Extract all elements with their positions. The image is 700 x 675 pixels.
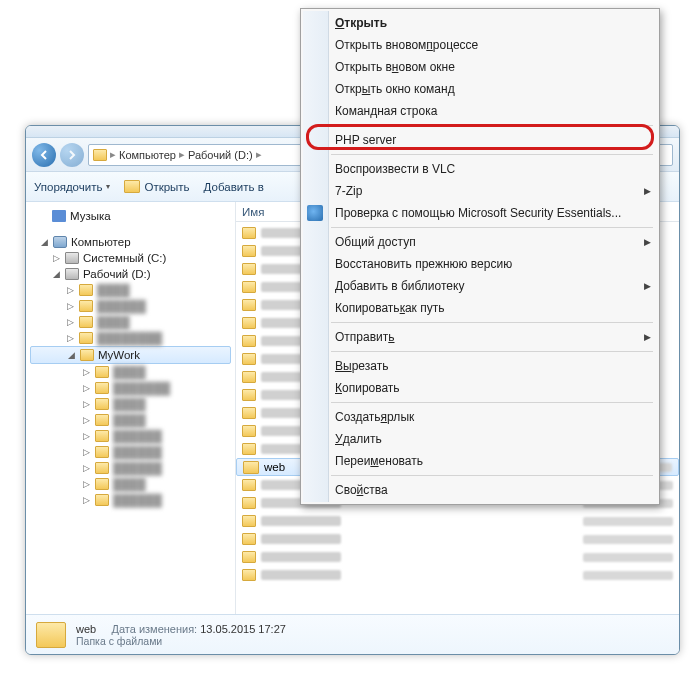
organize-label: Упорядочить	[34, 181, 102, 193]
tree-item[interactable]: ▷████	[30, 314, 231, 330]
menu-delete[interactable]: Удалить	[331, 428, 657, 450]
folder-icon	[243, 461, 259, 474]
menu-separator	[331, 402, 653, 403]
expand-icon[interactable]: ▷	[52, 254, 61, 263]
column-name[interactable]: Имя	[242, 206, 264, 218]
menu-cut[interactable]: Вырезать	[331, 355, 657, 377]
menu-cmdline[interactable]: Командная строка	[331, 100, 657, 122]
menu-copy-path[interactable]: Копировать как путь	[331, 297, 657, 319]
tree-item[interactable]: ▷████	[30, 476, 231, 492]
collapse-icon[interactable]: ◢	[67, 351, 76, 360]
back-button[interactable]	[32, 143, 56, 167]
submenu-arrow-icon: ▶	[644, 332, 651, 342]
music-icon	[52, 210, 66, 222]
breadcrumb-sep-icon: ▸	[110, 148, 116, 161]
menu-mse-scan[interactable]: Проверка с помощью Microsoft Security Es…	[331, 202, 657, 224]
menu-vlc[interactable]: Воспроизвести в VLC	[331, 158, 657, 180]
nav-tree[interactable]: Музыка ◢ Компьютер ▷ Системный (C:) ◢ Ра…	[26, 202, 236, 614]
drive-icon	[65, 268, 79, 280]
submenu-arrow-icon: ▶	[644, 237, 651, 247]
menu-separator	[331, 154, 653, 155]
menu-open-new-window[interactable]: Открыть в новом окне	[331, 56, 657, 78]
folder-icon	[80, 349, 94, 361]
tree-label: MyWork	[98, 349, 140, 361]
list-item[interactable]	[236, 566, 679, 584]
tree-item-workdrive[interactable]: ◢ Рабочий (D:)	[30, 266, 231, 282]
list-item[interactable]	[236, 512, 679, 530]
tree-item[interactable]: ▷████	[30, 282, 231, 298]
tree-item[interactable]: ▷██████	[30, 428, 231, 444]
menu-separator	[331, 322, 653, 323]
menu-separator	[331, 475, 653, 476]
tree-item-sysdrive[interactable]: ▷ Системный (C:)	[30, 250, 231, 266]
drive-icon	[65, 252, 79, 264]
details-mod-label: Дата изменения:	[111, 623, 197, 635]
tree-item[interactable]: ▷██████	[30, 492, 231, 508]
details-type: Папка с файлами	[76, 635, 286, 647]
open-label: Открыть	[144, 181, 189, 193]
tree-item[interactable]: ▷████	[30, 364, 231, 380]
menu-rename[interactable]: Переименовать	[331, 450, 657, 472]
add-button[interactable]: Добавить в	[204, 181, 264, 193]
menu-share[interactable]: Общий доступ▶	[331, 231, 657, 253]
list-item[interactable]	[236, 548, 679, 566]
forward-button[interactable]	[60, 143, 84, 167]
details-name: web	[76, 623, 96, 635]
collapse-icon[interactable]: ◢	[40, 238, 49, 247]
tree-label: Системный (C:)	[83, 252, 166, 264]
menu-copy[interactable]: Копировать	[331, 377, 657, 399]
tree-item-computer[interactable]: ◢ Компьютер	[30, 234, 231, 250]
menu-open[interactable]: Открыть	[331, 12, 657, 34]
tree-item[interactable]: ▷██████	[30, 298, 231, 314]
breadcrumb-item[interactable]: Рабочий (D:)	[188, 149, 253, 161]
file-name: web	[264, 461, 285, 473]
tree-item[interactable]: ▷████	[30, 412, 231, 428]
menu-properties[interactable]: Свойства	[331, 479, 657, 501]
menu-create-shortcut[interactable]: Создать ярлык	[331, 406, 657, 428]
open-folder-icon	[124, 180, 140, 193]
breadcrumb-item[interactable]: Компьютер	[119, 149, 176, 161]
collapse-icon[interactable]: ◢	[52, 270, 61, 279]
menu-php-server[interactable]: PHP server	[331, 129, 657, 151]
tree-label: Рабочий (D:)	[83, 268, 151, 280]
menu-add-library[interactable]: Добавить в библиотеку▶	[331, 275, 657, 297]
tree-item[interactable]: ▷███████	[30, 380, 231, 396]
breadcrumb-sep-icon: ▸	[256, 148, 262, 161]
submenu-arrow-icon: ▶	[644, 186, 651, 196]
tree-item-mywork[interactable]: ◢ MyWork	[30, 346, 231, 364]
tree-label: Компьютер	[71, 236, 131, 248]
tree-item[interactable]: ▷████	[30, 396, 231, 412]
tree-label: Музыка	[70, 210, 111, 222]
menu-open-cmd-window[interactable]: Открыть окно команд	[331, 78, 657, 100]
tree-item[interactable]: ▷████████	[30, 330, 231, 346]
menu-open-new-process[interactable]: Открыть в новом процессе	[331, 34, 657, 56]
menu-separator	[331, 351, 653, 352]
organize-button[interactable]: Упорядочить ▾	[34, 181, 110, 193]
tree-item[interactable]: ▷██████	[30, 460, 231, 476]
details-pane: web Дата изменения: 13.05.2015 17:27 Пап…	[26, 614, 679, 654]
chevron-down-icon: ▾	[106, 182, 110, 191]
menu-send-to[interactable]: Отправить▶	[331, 326, 657, 348]
tree-item-music[interactable]: Музыка	[30, 208, 231, 224]
shield-icon	[307, 205, 323, 221]
computer-icon	[53, 236, 67, 248]
menu-separator	[331, 227, 653, 228]
details-mod-value: 13.05.2015 17:27	[200, 623, 286, 635]
tree-item[interactable]: ▷██████	[30, 444, 231, 460]
menu-separator	[331, 125, 653, 126]
folder-icon	[93, 149, 107, 161]
menu-restore-version[interactable]: Восстановить прежнюю версию	[331, 253, 657, 275]
menu-7zip[interactable]: 7-Zip▶	[331, 180, 657, 202]
folder-icon	[36, 622, 66, 648]
add-label: Добавить в	[204, 181, 264, 193]
context-menu: Открыть Открыть в новом процессе Открыть…	[300, 8, 660, 505]
breadcrumb-sep-icon: ▸	[179, 148, 185, 161]
list-item[interactable]	[236, 530, 679, 548]
submenu-arrow-icon: ▶	[644, 281, 651, 291]
open-button[interactable]: Открыть	[124, 180, 189, 193]
